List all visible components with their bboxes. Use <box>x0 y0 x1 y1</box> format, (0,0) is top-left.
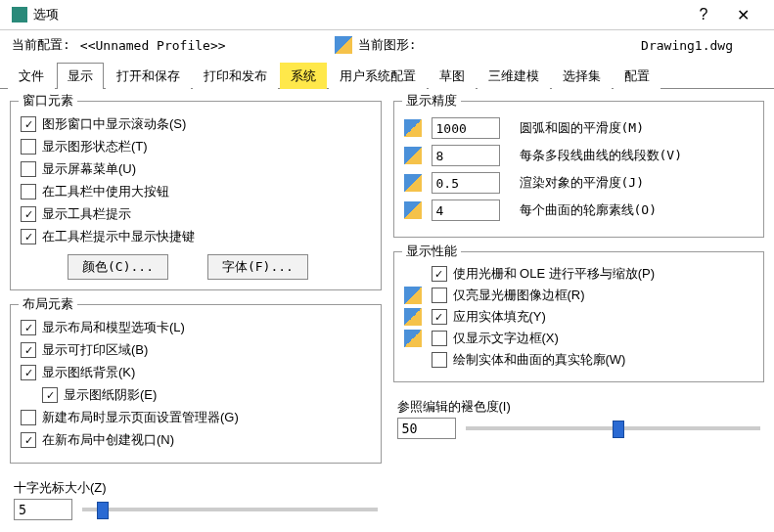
chk-printable[interactable] <box>21 342 36 358</box>
tab-1[interactable]: 显示 <box>57 63 104 89</box>
tab-6[interactable]: 草图 <box>429 63 476 89</box>
lbl-shortcut: 在工具栏提示中显示快捷键 <box>42 228 195 245</box>
drawing-value: Drawing1.dwg <box>641 38 733 53</box>
font-button[interactable]: 字体(F)... <box>207 254 308 280</box>
tab-strip: 文件显示打开和保存打印和发布系统用户系统配置草图三维建模选择集配置 <box>0 62 774 89</box>
lbl-viewport: 在新布局中创建视口(N) <box>42 431 174 449</box>
help-button[interactable]: ? <box>684 6 723 23</box>
chk-statusbar[interactable] <box>21 139 36 155</box>
lbl-screenmenu: 显示屏幕菜单(U) <box>42 160 136 178</box>
lbl-raster-ole: 使用光栅和 OLE 进行平移与缩放(P) <box>453 265 656 283</box>
chk-screenmenu[interactable] <box>21 161 36 177</box>
contour-label: 每个曲面的轮廓素线(O) <box>520 201 657 219</box>
window-title: 选项 <box>33 6 59 23</box>
drawing-label: 当前图形: <box>358 36 417 54</box>
tab-4[interactable]: 系统 <box>280 63 327 89</box>
chk-shortcut[interactable] <box>21 229 36 244</box>
lbl-pagesetup: 新建布局时显示页面设置管理器(G) <box>42 409 239 426</box>
crosshair-section: 十字光标大小(Z) <box>10 471 382 520</box>
lbl-text-frame: 仅显示文字边框(X) <box>453 330 559 347</box>
lbl-true-sil: 绘制实体和曲面的真实轮廓(W) <box>453 351 626 369</box>
header-row: 当前配置: <<Unnamed Profile>> 当前图形: Drawing1… <box>0 30 774 60</box>
chk-paperbg[interactable] <box>21 365 36 380</box>
profile-label: 当前配置: <box>12 36 70 54</box>
legend: 布局元素 <box>19 295 77 313</box>
chk-scrollbar[interactable] <box>21 116 36 132</box>
render-label: 渲染对象的平滑度(J) <box>520 174 644 192</box>
arc-label: 圆弧和圆的平滑度(M) <box>520 119 644 137</box>
drawing-icon <box>404 308 422 326</box>
legend: 显示性能 <box>402 243 461 260</box>
lbl-scrollbar: 图形窗口中显示滚动条(S) <box>42 115 186 133</box>
arc-input[interactable] <box>432 117 500 139</box>
contour-input[interactable] <box>432 200 500 221</box>
lbl-raster-frame: 仅亮显光栅图像边框(R) <box>453 287 585 304</box>
tab-2[interactable]: 打开和保存 <box>106 63 191 89</box>
crosshair-input[interactable] <box>14 499 72 520</box>
drawing-icon <box>404 330 422 347</box>
lbl-largebtn: 在工具栏中使用大按钮 <box>42 183 169 200</box>
refedit-input[interactable] <box>397 418 456 439</box>
close-button[interactable]: ✕ <box>723 6 762 24</box>
tab-3[interactable]: 打印和发布 <box>193 63 278 89</box>
refedit-section: 参照编辑的褪色度(I) <box>393 390 765 439</box>
profile-value: <<Unnamed Profile>> <box>80 38 335 53</box>
chk-true-sil[interactable] <box>432 352 447 368</box>
chk-pagesetup[interactable] <box>21 410 36 425</box>
chk-text-frame[interactable] <box>432 331 447 346</box>
lbl-solid-fill: 应用实体填充(Y) <box>453 308 546 326</box>
chk-raster-frame[interactable] <box>432 288 447 303</box>
title-bar: 选项 ? ✕ <box>0 0 774 30</box>
tab-8[interactable]: 选择集 <box>552 63 612 89</box>
lbl-printable: 显示可打印区域(B) <box>42 341 148 359</box>
lbl-tooltips: 显示工具栏提示 <box>42 205 131 223</box>
group-window-elements: 窗口元素 图形窗口中显示滚动条(S) 显示图形状态栏(T) 显示屏幕菜单(U) … <box>10 101 382 290</box>
tab-7[interactable]: 三维建模 <box>478 63 550 89</box>
chk-layout-tabs[interactable] <box>21 320 36 335</box>
chk-raster-ole[interactable] <box>432 266 447 282</box>
group-precision: 显示精度 圆弧和圆的平滑度(M) 每条多段线曲线的线段数(V) 渲染对象的平滑度… <box>393 101 765 238</box>
group-layout-elements: 布局元素 显示布局和模型选项卡(L) 显示可打印区域(B) 显示图纸背景(K) … <box>10 304 382 464</box>
color-button[interactable]: 颜色(C)... <box>68 254 168 280</box>
chk-tooltips[interactable] <box>21 206 36 222</box>
app-icon <box>12 7 27 22</box>
crosshair-slider[interactable] <box>82 508 378 511</box>
segments-input[interactable] <box>432 145 500 166</box>
chk-largebtn[interactable] <box>21 184 36 200</box>
legend: 窗口元素 <box>19 92 77 110</box>
tab-0[interactable]: 文件 <box>8 63 55 89</box>
legend: 显示精度 <box>402 92 461 110</box>
render-input[interactable] <box>432 172 500 194</box>
chk-viewport[interactable] <box>21 432 36 448</box>
drawing-icon <box>404 119 422 137</box>
lbl-statusbar: 显示图形状态栏(T) <box>42 138 148 155</box>
crosshair-label: 十字光标大小(Z) <box>14 479 382 497</box>
drawing-icon <box>335 36 352 54</box>
refedit-label: 参照编辑的褪色度(I) <box>397 398 765 416</box>
chk-solid-fill[interactable] <box>432 309 447 325</box>
lbl-papershadow: 显示图纸阴影(E) <box>64 386 157 404</box>
drawing-icon <box>404 201 422 219</box>
refedit-slider[interactable] <box>466 426 761 430</box>
lbl-layout-tabs: 显示布局和模型选项卡(L) <box>42 319 185 336</box>
drawing-icon <box>404 287 422 304</box>
drawing-icon <box>404 147 422 164</box>
lbl-paperbg: 显示图纸背景(K) <box>42 364 135 381</box>
drawing-icon <box>404 174 422 192</box>
chk-papershadow[interactable] <box>42 387 58 403</box>
tab-5[interactable]: 用户系统配置 <box>329 63 427 89</box>
group-performance: 显示性能 使用光栅和 OLE 进行平移与缩放(P) 仅亮显光栅图像边框(R) 应… <box>393 251 765 382</box>
tab-9[interactable]: 配置 <box>614 63 660 89</box>
segments-label: 每条多段线曲线的线段数(V) <box>520 147 682 164</box>
